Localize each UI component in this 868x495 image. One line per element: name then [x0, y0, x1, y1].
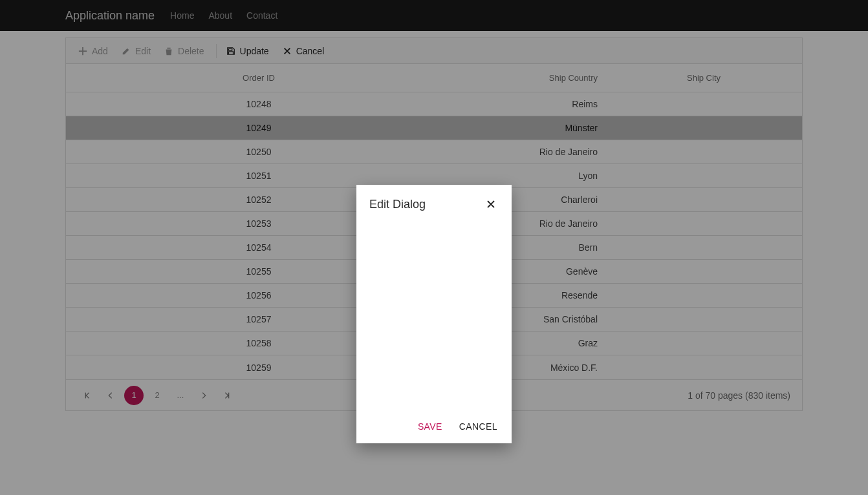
dialog-title: Edit Dialog — [369, 198, 483, 211]
dialog-save-button[interactable]: SAVE — [418, 421, 442, 432]
dialog-cancel-button[interactable]: CANCEL — [459, 421, 497, 432]
edit-dialog: Edit Dialog SAVE CANCEL — [356, 185, 512, 443]
close-icon — [486, 199, 496, 209]
dialog-close-button[interactable] — [483, 196, 499, 212]
dialog-body — [356, 218, 512, 412]
dialog-footer: SAVE CANCEL — [356, 412, 512, 443]
dialog-header: Edit Dialog — [356, 185, 512, 218]
